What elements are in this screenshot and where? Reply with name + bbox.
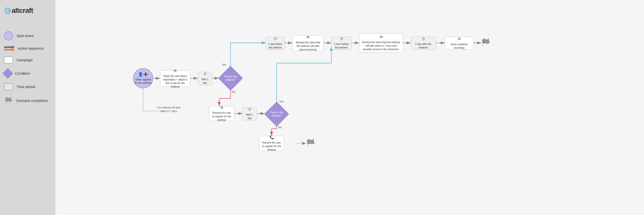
start-node: 👤➕ Visitor applied for the webinar bbox=[133, 68, 153, 88]
campaign2-node: ✉ Remind the user to register for the we… bbox=[209, 106, 234, 121]
finish-flag-2: 🏁 bbox=[306, 139, 315, 147]
yes1-label: Yes bbox=[222, 63, 226, 66]
time2-icon: ⏱ bbox=[340, 37, 343, 41]
wait1-icon: ⏱ bbox=[203, 72, 207, 77]
scenario-icon: 🏁 bbox=[4, 96, 13, 105]
wait1-node: ⏱ Wait 1 day bbox=[198, 72, 212, 85]
legend-condition: Condition bbox=[4, 67, 51, 80]
flow-canvas: 👤➕ Visitor applied for the webinar ✉ Not… bbox=[55, 0, 644, 215]
campaign4-node: ✉ Remind the client that the webinar wil… bbox=[292, 35, 324, 51]
campaign3-label: Remind the user to register for the webi… bbox=[261, 141, 282, 152]
condition2-diamond bbox=[264, 102, 289, 127]
campaign5-icon: ✉ bbox=[380, 35, 383, 40]
wait2-node: ⏱ Wait 1 day bbox=[242, 107, 257, 120]
legend-scenario-label: Scenario completion bbox=[16, 99, 48, 103]
time1-node: ⏱ 1 day before the webinar bbox=[266, 37, 285, 50]
campaign-icon bbox=[4, 57, 13, 64]
time2-label: 1 hour before the webinar bbox=[333, 42, 350, 49]
legend-scenario: 🏁 Scenario completion bbox=[4, 93, 51, 108]
flow-arrows bbox=[55, 0, 644, 215]
time1-label: 1 day before the webinar bbox=[268, 42, 283, 49]
condition1-node: Paid for the webinar? bbox=[218, 68, 243, 88]
legend-start-event-label: Start event bbox=[17, 34, 34, 38]
orange-arrow-icon bbox=[4, 49, 14, 50]
time3-label: 1 day after the webinar bbox=[412, 42, 434, 49]
campaign6-label: Send a webinar recording bbox=[447, 43, 471, 50]
wait2-icon: ⏱ bbox=[248, 107, 251, 112]
time2-node: ⏱ 1 hour before the webinar bbox=[331, 37, 351, 50]
dashed-note: The webinar will take place in 7 days bbox=[156, 106, 181, 113]
wait2-label: Wait 1 day bbox=[244, 113, 255, 120]
legend-time-period: Time period bbox=[4, 80, 51, 93]
no1-label: No bbox=[232, 90, 235, 93]
yes2-label: Yes bbox=[279, 100, 284, 103]
condition1-diamond bbox=[218, 66, 243, 91]
time3-node: ⏱ 1 day after the webinar bbox=[411, 37, 436, 50]
campaign5-node: ✉ Remind the client that the webinar wil… bbox=[359, 33, 403, 52]
finish-flag-1: 🏁 bbox=[481, 38, 490, 47]
time1-icon: ⏱ bbox=[274, 37, 277, 41]
start-icon: 👤➕ bbox=[138, 72, 148, 77]
sidebar: altcraft Start event Action sequence Cam… bbox=[0, 0, 55, 215]
campaign4-label: Remind the client that the webinar will … bbox=[295, 41, 321, 51]
time-period-icon bbox=[4, 83, 13, 90]
start-label: Visitor applied for the webinar bbox=[134, 78, 153, 85]
legend-campaign-label: Campaign bbox=[17, 58, 33, 62]
logo: altcraft bbox=[4, 5, 51, 18]
legend-time-label: Time period bbox=[17, 85, 35, 89]
condition2-node: Paid for the webinar? bbox=[263, 104, 290, 124]
svg-text:altcraft: altcraft bbox=[12, 7, 33, 14]
no2-label: No bbox=[278, 126, 282, 129]
legend-condition-label: Condition bbox=[15, 71, 30, 75]
campaign2-icon: ✉ bbox=[220, 105, 223, 110]
legend-campaign: Campaign bbox=[4, 53, 51, 67]
campaign4-icon: ✉ bbox=[307, 35, 310, 40]
legend-action-label: Action sequence bbox=[18, 46, 44, 50]
legend-action-sequence: Action sequence bbox=[4, 43, 51, 53]
campaign6-node: ✉ Send a webinar recording bbox=[445, 37, 474, 50]
start-event-icon bbox=[4, 31, 13, 40]
wait1-label: Wait 1 day bbox=[200, 78, 210, 85]
campaign1-icon: ✉ bbox=[174, 68, 177, 73]
campaign6-icon: ✉ bbox=[458, 37, 461, 42]
campaign1-node: ✉ Notify the user about registration + a… bbox=[160, 70, 190, 87]
time3-icon: ⏱ bbox=[422, 37, 425, 41]
campaign5-label: Remind the client that the webinar will … bbox=[361, 41, 401, 51]
condition-icon bbox=[3, 68, 13, 79]
legend-start-event: Start event bbox=[4, 28, 51, 43]
campaign1-label: Notify the user about registration + att… bbox=[162, 74, 188, 89]
campaign2-label: Remind the user to register for the webi… bbox=[211, 111, 232, 122]
campaign3-icon: 📞 bbox=[270, 135, 274, 140]
campaign3-node: 📞 Remind the user to register for the we… bbox=[259, 136, 284, 151]
